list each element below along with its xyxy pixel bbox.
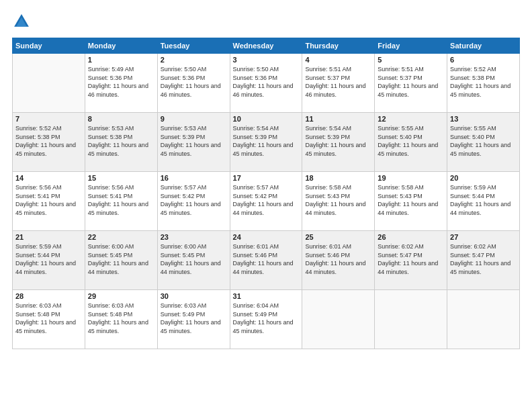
calendar-cell: 11Sunrise: 5:54 AM Sunset: 5:39 PM Dayli… <box>302 113 375 172</box>
day-number: 14 <box>15 174 82 182</box>
calendar-cell: 19Sunrise: 5:58 AM Sunset: 5:43 PM Dayli… <box>375 172 447 231</box>
day-info: Sunrise: 6:03 AM Sunset: 5:48 PM Dayligh… <box>15 302 82 335</box>
day-number: 4 <box>305 56 371 64</box>
calendar-cell: 1Sunrise: 5:49 AM Sunset: 5:36 PM Daylig… <box>85 54 157 113</box>
day-info: Sunrise: 5:50 AM Sunset: 5:36 PM Dayligh… <box>161 65 227 99</box>
day-info: Sunrise: 6:02 AM Sunset: 5:47 PM Dayligh… <box>450 242 517 276</box>
day-number: 9 <box>161 115 227 123</box>
day-info: Sunrise: 5:51 AM Sunset: 5:37 PM Dayligh… <box>378 65 444 99</box>
logo <box>12 12 34 31</box>
calendar-header-row: SundayMondayTuesdayWednesdayThursdayFrid… <box>13 38 520 54</box>
calendar-week-row: 1Sunrise: 5:49 AM Sunset: 5:36 PM Daylig… <box>13 54 520 113</box>
day-info: Sunrise: 5:54 AM Sunset: 5:39 PM Dayligh… <box>305 124 371 158</box>
day-info: Sunrise: 6:02 AM Sunset: 5:47 PM Dayligh… <box>378 242 444 276</box>
calendar-weekday-tuesday: Tuesday <box>157 38 230 54</box>
calendar-cell <box>13 54 85 113</box>
calendar-cell: 27Sunrise: 6:02 AM Sunset: 5:47 PM Dayli… <box>447 231 520 290</box>
calendar-cell: 23Sunrise: 6:00 AM Sunset: 5:45 PM Dayli… <box>157 231 230 290</box>
calendar-cell <box>447 290 520 349</box>
day-number: 8 <box>88 115 154 123</box>
day-number: 25 <box>305 233 371 241</box>
day-info: Sunrise: 6:01 AM Sunset: 5:46 PM Dayligh… <box>233 242 300 276</box>
calendar-cell: 31Sunrise: 6:04 AM Sunset: 5:49 PM Dayli… <box>230 290 302 349</box>
day-number: 13 <box>450 115 517 123</box>
calendar-cell: 15Sunrise: 5:56 AM Sunset: 5:41 PM Dayli… <box>85 172 157 231</box>
day-info: Sunrise: 5:57 AM Sunset: 5:42 PM Dayligh… <box>161 183 227 217</box>
day-number: 28 <box>15 292 82 300</box>
day-number: 16 <box>161 174 227 182</box>
calendar-cell: 16Sunrise: 5:57 AM Sunset: 5:42 PM Dayli… <box>157 172 230 231</box>
day-number: 31 <box>233 292 300 300</box>
day-info: Sunrise: 5:59 AM Sunset: 5:44 PM Dayligh… <box>15 242 82 276</box>
day-number: 19 <box>378 174 444 182</box>
day-info: Sunrise: 5:49 AM Sunset: 5:36 PM Dayligh… <box>88 65 154 99</box>
day-info: Sunrise: 5:59 AM Sunset: 5:44 PM Dayligh… <box>450 183 517 217</box>
calendar-cell: 21Sunrise: 5:59 AM Sunset: 5:44 PM Dayli… <box>13 231 85 290</box>
calendar-cell: 10Sunrise: 5:54 AM Sunset: 5:39 PM Dayli… <box>230 113 302 172</box>
day-info: Sunrise: 5:54 AM Sunset: 5:39 PM Dayligh… <box>233 124 300 158</box>
day-info: Sunrise: 5:55 AM Sunset: 5:40 PM Dayligh… <box>378 124 444 158</box>
day-info: Sunrise: 6:00 AM Sunset: 5:45 PM Dayligh… <box>88 242 154 276</box>
logo-icon <box>12 12 31 31</box>
day-number: 20 <box>450 174 517 182</box>
day-number: 24 <box>233 233 300 241</box>
day-info: Sunrise: 6:03 AM Sunset: 5:49 PM Dayligh… <box>161 302 227 335</box>
calendar-cell: 25Sunrise: 6:01 AM Sunset: 5:46 PM Dayli… <box>302 231 375 290</box>
day-number: 7 <box>15 115 82 123</box>
calendar-cell: 28Sunrise: 6:03 AM Sunset: 5:48 PM Dayli… <box>13 290 85 349</box>
calendar-cell: 5Sunrise: 5:51 AM Sunset: 5:37 PM Daylig… <box>375 54 447 113</box>
calendar-weekday-sunday: Sunday <box>13 38 85 54</box>
calendar-weekday-monday: Monday <box>85 38 157 54</box>
calendar-week-row: 14Sunrise: 5:56 AM Sunset: 5:41 PM Dayli… <box>13 172 520 231</box>
day-number: 27 <box>450 233 517 241</box>
calendar-weekday-thursday: Thursday <box>302 38 375 54</box>
day-number: 12 <box>378 115 444 123</box>
day-number: 18 <box>305 174 371 182</box>
day-number: 22 <box>88 233 154 241</box>
day-info: Sunrise: 6:03 AM Sunset: 5:48 PM Dayligh… <box>88 302 154 335</box>
calendar-cell: 9Sunrise: 5:53 AM Sunset: 5:39 PM Daylig… <box>157 113 230 172</box>
calendar-cell: 14Sunrise: 5:56 AM Sunset: 5:41 PM Dayli… <box>13 172 85 231</box>
calendar-cell: 2Sunrise: 5:50 AM Sunset: 5:36 PM Daylig… <box>157 54 230 113</box>
calendar-cell: 7Sunrise: 5:52 AM Sunset: 5:38 PM Daylig… <box>13 113 85 172</box>
day-number: 2 <box>161 56 227 64</box>
calendar-week-row: 21Sunrise: 5:59 AM Sunset: 5:44 PM Dayli… <box>13 231 520 290</box>
day-info: Sunrise: 6:00 AM Sunset: 5:45 PM Dayligh… <box>161 242 227 276</box>
day-number: 5 <box>378 56 444 64</box>
day-info: Sunrise: 6:01 AM Sunset: 5:46 PM Dayligh… <box>305 242 371 276</box>
day-number: 29 <box>88 292 154 300</box>
calendar-cell: 17Sunrise: 5:57 AM Sunset: 5:42 PM Dayli… <box>230 172 302 231</box>
day-number: 10 <box>233 115 300 123</box>
day-number: 17 <box>233 174 300 182</box>
calendar-weekday-saturday: Saturday <box>447 38 520 54</box>
calendar-cell: 29Sunrise: 6:03 AM Sunset: 5:48 PM Dayli… <box>85 290 157 349</box>
day-info: Sunrise: 5:55 AM Sunset: 5:40 PM Dayligh… <box>450 124 517 158</box>
page: SundayMondayTuesdayWednesdayThursdayFrid… <box>0 0 532 411</box>
calendar-cell: 4Sunrise: 5:51 AM Sunset: 5:37 PM Daylig… <box>302 54 375 113</box>
calendar-cell: 24Sunrise: 6:01 AM Sunset: 5:46 PM Dayli… <box>230 231 302 290</box>
day-info: Sunrise: 5:52 AM Sunset: 5:38 PM Dayligh… <box>15 124 82 158</box>
calendar-cell: 6Sunrise: 5:52 AM Sunset: 5:38 PM Daylig… <box>447 54 520 113</box>
calendar-cell: 22Sunrise: 6:00 AM Sunset: 5:45 PM Dayli… <box>85 231 157 290</box>
day-info: Sunrise: 5:56 AM Sunset: 5:41 PM Dayligh… <box>88 183 154 217</box>
calendar-cell: 8Sunrise: 5:53 AM Sunset: 5:38 PM Daylig… <box>85 113 157 172</box>
header <box>12 12 520 31</box>
calendar-table: SundayMondayTuesdayWednesdayThursdayFrid… <box>12 38 520 349</box>
day-info: Sunrise: 5:53 AM Sunset: 5:39 PM Dayligh… <box>161 124 227 158</box>
day-number: 3 <box>233 56 300 64</box>
calendar-cell: 3Sunrise: 5:50 AM Sunset: 5:36 PM Daylig… <box>230 54 302 113</box>
day-number: 11 <box>305 115 371 123</box>
day-info: Sunrise: 5:57 AM Sunset: 5:42 PM Dayligh… <box>233 183 300 217</box>
day-number: 15 <box>88 174 154 182</box>
calendar-week-row: 28Sunrise: 6:03 AM Sunset: 5:48 PM Dayli… <box>13 290 520 349</box>
day-number: 1 <box>88 56 154 64</box>
day-number: 21 <box>15 233 82 241</box>
day-info: Sunrise: 5:51 AM Sunset: 5:37 PM Dayligh… <box>305 65 371 99</box>
day-number: 30 <box>161 292 227 300</box>
calendar-cell: 26Sunrise: 6:02 AM Sunset: 5:47 PM Dayli… <box>375 231 447 290</box>
day-number: 6 <box>450 56 517 64</box>
day-number: 23 <box>161 233 227 241</box>
calendar-cell: 18Sunrise: 5:58 AM Sunset: 5:43 PM Dayli… <box>302 172 375 231</box>
calendar-week-row: 7Sunrise: 5:52 AM Sunset: 5:38 PM Daylig… <box>13 113 520 172</box>
calendar-cell: 30Sunrise: 6:03 AM Sunset: 5:49 PM Dayli… <box>157 290 230 349</box>
